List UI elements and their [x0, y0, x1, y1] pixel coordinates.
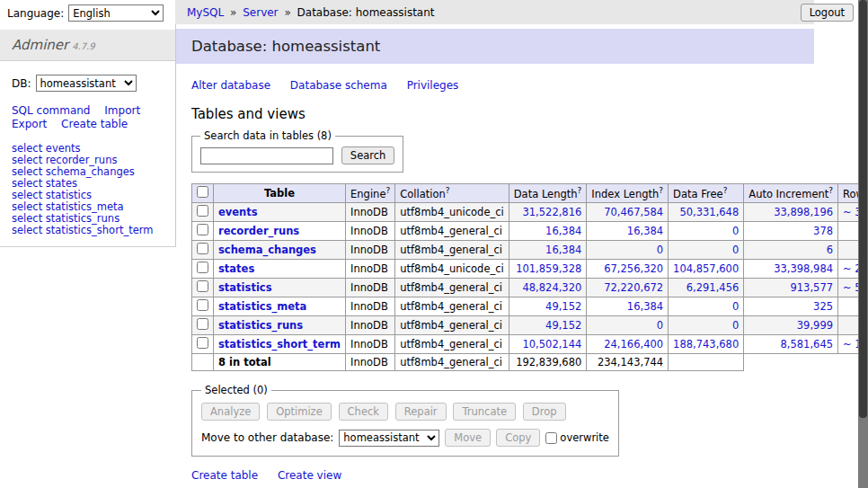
sidebar-item-select-states[interactable]: select states — [12, 177, 77, 190]
optimize-button[interactable]: Optimize — [267, 403, 332, 421]
data-free-link[interactable]: 188,743,680 — [673, 338, 739, 350]
index-length-link[interactable]: 16,384 — [627, 300, 663, 313]
sidebar: Adminer4.7.9 DB: homeassistant SQL comma… — [0, 24, 176, 247]
table-name-link[interactable]: recorder_runs — [218, 225, 299, 237]
move-database-select[interactable]: homeassistant — [339, 430, 439, 447]
repair-button[interactable]: Repair — [395, 403, 447, 421]
data-free-link[interactable]: 0 — [732, 225, 739, 237]
sidebar-item-select-recorder-runs[interactable]: select recorder_runs — [12, 154, 117, 166]
db-select[interactable]: homeassistant — [36, 75, 137, 92]
sidebar-create-table-link[interactable]: Create table — [61, 118, 128, 130]
sidebar-item-select-schema-changes[interactable]: select schema_changes — [12, 165, 135, 178]
rows-count-link[interactable]: ~ 312,180 — [843, 206, 858, 218]
sidebar-export-link[interactable]: Export — [12, 118, 47, 130]
data-length-link[interactable]: 49,152 — [545, 300, 581, 313]
data-free-link[interactable]: 0 — [732, 300, 739, 313]
drop-button[interactable]: Drop — [523, 403, 566, 421]
data-length-link[interactable]: 49,152 — [545, 319, 581, 332]
index-length-link[interactable]: 67,256,320 — [604, 262, 663, 275]
row-select-checkbox[interactable] — [197, 224, 208, 235]
data-free-link[interactable]: 50,331,648 — [679, 206, 739, 218]
sidebar-import-link[interactable]: Import — [104, 104, 140, 117]
search-input[interactable] — [200, 147, 333, 164]
privileges-link[interactable]: Privileges — [407, 79, 459, 92]
auto-increment-link[interactable]: 39,999 — [797, 319, 833, 332]
auto-increment-link[interactable]: 33,398,984 — [774, 262, 833, 275]
row-select-checkbox[interactable] — [197, 299, 208, 311]
data-length-link[interactable]: 16,384 — [545, 225, 581, 237]
table-row: states InnoDB utf8mb4_unicode_ci 101,859… — [192, 260, 859, 279]
move-button[interactable]: Move — [445, 429, 491, 447]
table-row: recorder_runs InnoDB utf8mb4_general_ci … — [192, 222, 859, 241]
sidebar-item-select-statistics-meta[interactable]: select statistics_meta — [12, 200, 124, 213]
table-name-cell: statistics_short_term — [214, 335, 346, 354]
logout-button[interactable]: Logout — [801, 4, 854, 22]
sidebar-item-select-statistics-runs[interactable]: select statistics_runs — [12, 212, 120, 225]
rows-count-link[interactable]: ~ 569,159 — [843, 281, 858, 294]
auto-increment-link[interactable]: 8,581,645 — [781, 338, 834, 350]
row-select-checkbox[interactable] — [197, 318, 208, 330]
help-superscript: ? — [446, 186, 450, 195]
database-schema-link[interactable]: Database schema — [290, 79, 387, 92]
select-all-checkbox[interactable] — [197, 186, 208, 198]
adminer-logo-link[interactable]: Adminer — [12, 37, 68, 53]
create-table-link[interactable]: Create table — [191, 469, 258, 482]
overwrite-checkbox[interactable] — [545, 432, 557, 444]
rows-count-link[interactable]: ~ 299,833 — [843, 262, 858, 275]
table-name-link[interactable]: statistics — [218, 281, 272, 294]
index-length-link[interactable]: 0 — [657, 244, 663, 256]
breadcrumb-mysql-link[interactable]: MySQL — [187, 6, 224, 19]
auto-increment-link[interactable]: 325 — [813, 300, 833, 313]
index-length-link[interactable]: 16,384 — [627, 225, 663, 237]
index-length-link[interactable]: 0 — [657, 319, 663, 332]
row-select-checkbox[interactable] — [197, 262, 208, 273]
index-length-link[interactable]: 24,166,400 — [604, 338, 663, 350]
selected-fieldset: Selected (0) Analyze Optimize Check Repa… — [191, 384, 619, 457]
vertical-scrollbar[interactable] — [858, 0, 868, 488]
table-name-link[interactable]: events — [218, 206, 258, 218]
table-name-link[interactable]: schema_changes — [218, 244, 316, 256]
auto-increment-link[interactable]: 913,577 — [790, 281, 833, 294]
data-free-link[interactable]: 0 — [732, 319, 739, 332]
row-select-checkbox[interactable] — [197, 280, 208, 292]
copy-button[interactable]: Copy — [496, 429, 540, 447]
table-name-link[interactable]: statistics_meta — [218, 300, 306, 313]
row-select-checkbox[interactable] — [197, 337, 208, 349]
create-view-link[interactable]: Create view — [278, 469, 341, 482]
sidebar-item-select-statistics[interactable]: select statistics — [12, 189, 92, 201]
data-length-link[interactable]: 16,384 — [545, 244, 581, 256]
search-button[interactable]: Search — [341, 146, 395, 164]
collation-cell: utf8mb4_unicode_ci — [395, 260, 509, 279]
data-free-link[interactable]: 6,291,456 — [686, 281, 740, 294]
data-length-link[interactable]: 31,522,816 — [522, 206, 581, 218]
language-select[interactable]: English — [68, 4, 164, 22]
auto-increment-link[interactable]: 378 — [813, 225, 833, 237]
data-free-link[interactable]: 104,857,600 — [673, 262, 739, 275]
engine-cell: InnoDB — [346, 241, 395, 260]
auto-increment-link[interactable]: 6 — [827, 244, 833, 256]
table-name-link[interactable]: statistics_runs — [218, 319, 303, 332]
row-select-checkbox[interactable] — [197, 205, 208, 217]
data-length-link[interactable]: 48,824,320 — [522, 281, 581, 294]
data-free-link[interactable]: 0 — [732, 244, 739, 256]
alter-database-link[interactable]: Alter database — [191, 79, 270, 92]
breadcrumb-server-link[interactable]: Server — [243, 6, 278, 19]
table-name-link[interactable]: states — [218, 262, 254, 275]
collation-cell: utf8mb4_general_ci — [395, 279, 509, 297]
sidebar-item-select-statistics-short-term[interactable]: select statistics_short_term — [12, 224, 153, 236]
row-select-checkbox[interactable] — [197, 243, 208, 254]
auto-increment-link[interactable]: 33,898,196 — [774, 206, 833, 218]
data-length-link[interactable]: 10,502,144 — [522, 338, 581, 350]
rows-count-link[interactable]: ~ 136,108 — [843, 338, 858, 350]
scrollbar-thumb[interactable] — [859, 0, 867, 418]
check-button[interactable]: Check — [339, 403, 388, 421]
sidebar-sql-command-link[interactable]: SQL command — [12, 104, 90, 117]
data-length-link[interactable]: 101,859,328 — [516, 262, 581, 275]
truncate-button[interactable]: Truncate — [453, 403, 516, 421]
index-length-link[interactable]: 70,467,584 — [604, 206, 663, 218]
index-length-link[interactable]: 72,220,672 — [604, 281, 663, 294]
sidebar-item-select-events[interactable]: select events — [12, 142, 81, 155]
table-name-link[interactable]: statistics_short_term — [218, 338, 341, 350]
column-header-index-length: Index Length? — [587, 184, 669, 203]
analyze-button[interactable]: Analyze — [201, 403, 260, 421]
